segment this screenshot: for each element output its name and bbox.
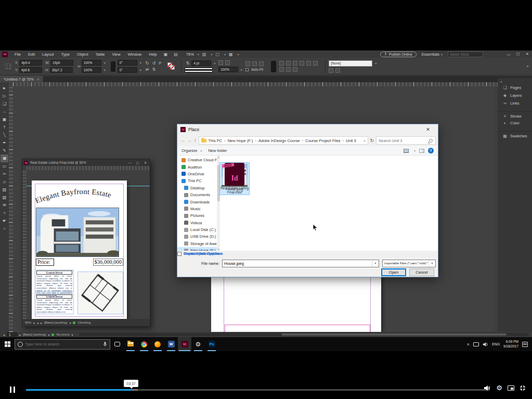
drop-shadow-icon[interactable] [225, 60, 230, 65]
rotation-field[interactable]: 0° [118, 60, 137, 66]
line-tool[interactable]: ╲ [1, 131, 8, 139]
panel-button[interactable]: ◐ Color [498, 119, 532, 127]
display-icon[interactable] [473, 342, 479, 346]
align-bottom-icon[interactable] [313, 61, 318, 66]
taskbar-search-input[interactable] [25, 342, 101, 346]
preview-pane-icon[interactable] [419, 149, 424, 153]
restore-button[interactable]: ▢ [513, 52, 523, 56]
zoom-field[interactable]: 50% [25, 321, 31, 324]
sidebar-item[interactable]: Local Disk (C:) [177, 226, 217, 233]
rectangle-tool[interactable]: ▭ [1, 162, 8, 170]
task-view-button[interactable] [110, 337, 124, 351]
opacity-field[interactable]: 100% [218, 67, 238, 72]
pen-tool[interactable]: ✒ [1, 139, 8, 147]
menu-item[interactable]: Table [92, 52, 109, 57]
blueprint-frame[interactable] [77, 272, 123, 314]
zoom-level[interactable]: 75% [186, 52, 194, 57]
bridge-icon[interactable]: ▣ [164, 52, 168, 57]
rotate-cw-icon[interactable]: ↻ [146, 61, 149, 66]
next-page-icon[interactable]: ▸ [41, 321, 42, 325]
minimize-button[interactable]: — [504, 53, 513, 56]
eyedropper-tool[interactable]: ✧ [1, 209, 8, 217]
align-right-icon[interactable] [293, 61, 297, 66]
close-icon[interactable]: ✕ [421, 127, 435, 132]
float-canvas[interactable]: Elegant Bayfront Estate [27, 170, 150, 319]
close-tab-icon[interactable]: ✕ [37, 78, 40, 81]
publish-online-button[interactable]: ↥Publish Online [380, 52, 417, 57]
flip-vertical-icon[interactable]: ⇅ [152, 67, 155, 72]
scale-x-field[interactable]: 100% [82, 60, 101, 66]
add-icon[interactable]: + [526, 64, 529, 69]
cancel-button[interactable]: Cancel [409, 268, 434, 276]
sidebar-item[interactable]: Music [177, 205, 217, 212]
up-icon[interactable]: ↑ [194, 138, 197, 143]
picture-in-picture-icon[interactable] [508, 385, 514, 391]
chevron-down-icon[interactable]: ▾ [364, 139, 365, 143]
panel-button[interactable]: ∞ Links [498, 99, 532, 107]
help-icon[interactable]: ? [428, 148, 434, 153]
first-page-icon[interactable]: ◂ [3, 333, 5, 337]
progress-bar[interactable] [26, 389, 489, 391]
adobe-stock-search[interactable] [448, 52, 483, 57]
search-box[interactable] [376, 136, 436, 145]
tray-expand-icon[interactable]: ∧ [467, 342, 470, 346]
dialog-title-bar[interactable]: Id Place ✕ [177, 124, 438, 135]
forward-icon[interactable]: → [187, 138, 192, 143]
y-field[interactable]: 4p9.6 [19, 67, 42, 73]
open-button[interactable]: Open [381, 268, 406, 276]
gradient-tool[interactable]: ▨ [1, 186, 8, 194]
adobe-stock-input[interactable] [448, 53, 483, 56]
content-collector-tool[interactable]: ▣ [1, 115, 8, 123]
sidebar-item[interactable]: Audition [177, 163, 217, 170]
fit-frame-icon[interactable] [252, 61, 257, 66]
preflight-status[interactable]: Checking [77, 321, 90, 324]
object-style-dropdown[interactable]: [None] [329, 60, 372, 67]
view-options-icon[interactable]: ▥ [202, 52, 206, 57]
breadcrumb-item[interactable]: This PC [207, 138, 227, 143]
sidebar-item[interactable]: USB Drive (D:) [177, 233, 217, 240]
prev-page-icon[interactable]: ◂ [37, 321, 38, 325]
align-middle-icon[interactable] [306, 61, 311, 66]
menu-item[interactable]: File [11, 52, 24, 57]
refresh-icon[interactable]: ↻ [370, 138, 374, 143]
chevron-down-icon[interactable]: ▾ [198, 53, 199, 56]
chevron-down-icon[interactable]: ▾ [211, 53, 212, 56]
sidebar-item[interactable]: Storage of Awes [177, 240, 217, 247]
exit-fullscreen-icon[interactable] [520, 385, 526, 391]
hand-tool[interactable]: ☛ [1, 217, 8, 225]
distribute-space-icon[interactable] [293, 67, 297, 72]
page-number-field[interactable]: 1 [7, 332, 17, 337]
chevron-down-icon[interactable]: ▾ [224, 53, 226, 56]
gap-tool[interactable]: ↔ [1, 108, 8, 115]
autofit-checkbox[interactable]: Auto-Fit [245, 68, 265, 71]
volume-icon[interactable] [484, 385, 491, 391]
breadcrumb-item[interactable]: Unit 3 [345, 138, 359, 143]
stroke-type-dropdown[interactable] [185, 68, 213, 72]
search-input[interactable] [377, 138, 429, 143]
sidebar-item[interactable]: Desktop [177, 185, 217, 191]
chevron-down-icon[interactable]: ▾ [414, 149, 416, 152]
wrap-toggle-icon[interactable] [271, 61, 276, 72]
close-button[interactable]: ✕ [523, 52, 532, 56]
chrome-button[interactable] [137, 337, 151, 351]
back-icon[interactable]: ← [180, 138, 185, 143]
chevron-down-icon[interactable]: ▾ [372, 260, 379, 267]
flip-horizontal-icon[interactable]: ⇄ [146, 67, 149, 72]
constrain-scale-icon[interactable] [111, 61, 115, 72]
menu-item[interactable]: Type [58, 52, 73, 57]
text-frame-2[interactable]: Lorem Ipsum Lorem ipsum dolor sit amet, … [35, 293, 74, 314]
rectangle-frame-tool[interactable]: ⊠ [1, 155, 8, 162]
distribute-v-icon[interactable] [286, 67, 291, 72]
preflight-status[interactable]: No errors [56, 333, 69, 336]
quick-apply-icon[interactable] [335, 68, 340, 73]
breadcrumb-item[interactable]: New Hope (F:) [227, 138, 257, 143]
change-view-icon[interactable] [404, 149, 409, 153]
clock[interactable]: 6:09 PM 9/18/2017 [503, 340, 518, 348]
language-indicator[interactable]: ENG [492, 342, 500, 346]
collapse-panels-icon[interactable]: « [498, 80, 532, 84]
sidebar-item[interactable]: Documents [177, 191, 217, 198]
pencil-tool[interactable]: ✎ [1, 147, 8, 155]
organize-button[interactable]: Organize▾ [181, 148, 202, 153]
chevron-down-icon[interactable]: ▾ [71, 333, 73, 337]
effects-icon[interactable] [218, 60, 223, 65]
